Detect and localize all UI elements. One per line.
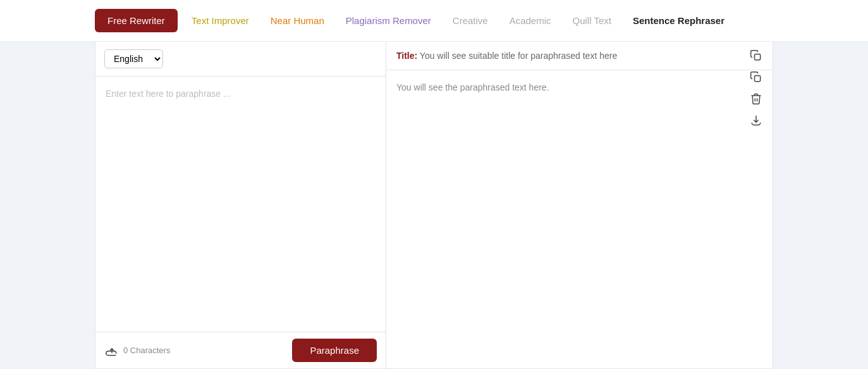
upload-area: 0 Characters <box>104 343 170 358</box>
tab-quill-text[interactable]: Quill Text <box>565 10 619 31</box>
svg-rect-1 <box>755 76 761 82</box>
output-area: You will see the paraphrased text here. <box>386 70 773 368</box>
paraphrase-button[interactable]: Paraphrase <box>292 339 377 362</box>
left-bottom-bar: 0 Characters Paraphrase <box>95 332 386 368</box>
tab-text-improver[interactable]: Text Improver <box>184 10 257 31</box>
download-icon <box>750 114 762 127</box>
delete-button[interactable] <box>749 91 764 106</box>
tab-creative[interactable]: Creative <box>445 10 496 31</box>
copy-title-button[interactable] <box>749 48 764 63</box>
copy-text-icon <box>750 71 762 84</box>
upload-button[interactable] <box>104 343 119 358</box>
tab-sentence-rephraser[interactable]: Sentence Rephraser <box>625 10 732 31</box>
tab-academic[interactable]: Academic <box>502 10 559 31</box>
output-placeholder-text: You will see the paraphrased text here. <box>396 82 549 92</box>
right-icons <box>749 48 764 128</box>
text-input[interactable] <box>95 77 386 332</box>
upload-icon <box>106 344 118 357</box>
download-button[interactable] <box>749 113 764 128</box>
right-panel: Title: You will see suitable title for p… <box>386 42 773 368</box>
svg-rect-0 <box>755 54 761 60</box>
copy-text-button[interactable] <box>749 70 764 85</box>
header: Free Rewriter Text Improver Near Human P… <box>0 0 868 42</box>
title-bar: Title: You will see suitable title for p… <box>386 42 773 70</box>
title-label: Title: <box>396 51 417 61</box>
tab-plagiarism-remover[interactable]: Plagiarism Remover <box>338 10 439 31</box>
left-panel: English Spanish French German 0 Characte… <box>95 42 386 368</box>
language-select[interactable]: English Spanish French German <box>104 49 163 68</box>
copy-title-icon <box>750 49 762 62</box>
language-selector-row: English Spanish French German <box>95 42 386 77</box>
char-count: 0 Characters <box>123 346 170 355</box>
tab-free-rewriter[interactable]: Free Rewriter <box>95 9 178 32</box>
delete-icon <box>750 92 762 105</box>
main-content: English Spanish French German 0 Characte… <box>95 42 773 369</box>
tab-near-human[interactable]: Near Human <box>263 10 332 31</box>
title-value: You will see suitable title for paraphra… <box>420 51 617 61</box>
